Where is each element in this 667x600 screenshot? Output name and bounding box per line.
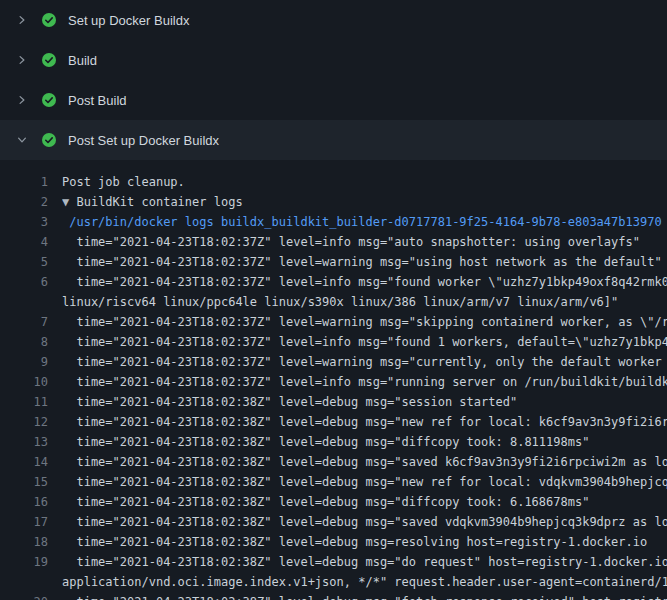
- log-line: 7 time="2021-04-23T18:02:37Z" level=warn…: [0, 312, 667, 332]
- log-line-text: time="2021-04-23T18:02:37Z" level=warnin…: [62, 352, 667, 372]
- log-line-text: time="2021-04-23T18:02:37Z" level=info m…: [62, 232, 667, 252]
- log-line: 4 time="2021-04-23T18:02:37Z" level=info…: [0, 232, 667, 252]
- log-line-number[interactable]: 15: [0, 472, 62, 492]
- log-line-text: time="2021-04-23T18:02:38Z" level=debug …: [62, 412, 667, 432]
- group-toggle-icon[interactable]: ▼: [62, 195, 69, 209]
- log-line-number[interactable]: 14: [0, 452, 62, 472]
- log-line-number[interactable]: 6: [0, 272, 62, 292]
- step-title: Post Set up Docker Buildx: [68, 133, 219, 148]
- check-success-icon: [41, 52, 57, 68]
- log-line: 10 time="2021-04-23T18:02:37Z" level=inf…: [0, 372, 667, 392]
- log-line: 5 time="2021-04-23T18:02:37Z" level=warn…: [0, 252, 667, 272]
- log-line: 18 time="2021-04-23T18:02:38Z" level=deb…: [0, 532, 667, 552]
- log-line-text: application/vnd.oci.image.index.v1+json,…: [62, 572, 667, 592]
- log-line: 17 time="2021-04-23T18:02:38Z" level=deb…: [0, 512, 667, 532]
- log-line: 20 time="2021-04-23T18:02:38Z" level=deb…: [0, 592, 667, 600]
- step-title: Post Build: [68, 93, 127, 108]
- log-line-text: time="2021-04-23T18:02:38Z" level=debug …: [62, 472, 667, 492]
- log-line-number[interactable]: 18: [0, 532, 62, 552]
- log-line-text: time="2021-04-23T18:02:37Z" level=info m…: [62, 272, 667, 292]
- log-line-text[interactable]: ▼ BuildKit container logs: [62, 192, 667, 212]
- log-line-text: time="2021-04-23T18:02:37Z" level=warnin…: [62, 312, 667, 332]
- job-log-viewer: Set up Docker Buildx Build Post Build Po…: [0, 0, 667, 600]
- log-line-text: time="2021-04-23T18:02:38Z" level=debug …: [62, 552, 667, 572]
- log-line-number[interactable]: 10: [0, 372, 62, 392]
- log-line-text: /usr/bin/docker logs buildx_buildkit_bui…: [62, 212, 667, 232]
- step-title: Set up Docker Buildx: [68, 13, 189, 28]
- log-line-number[interactable]: 12: [0, 412, 62, 432]
- log-line-number[interactable]: 13: [0, 432, 62, 452]
- step-list: Set up Docker Buildx Build Post Build Po…: [0, 0, 667, 160]
- log-line-number[interactable]: 4: [0, 232, 62, 252]
- log-line-number[interactable]: 7: [0, 312, 62, 332]
- log-line-text: time="2021-04-23T18:02:37Z" level=warnin…: [62, 252, 667, 272]
- log-line: 1 Post job cleanup.: [0, 172, 667, 192]
- log-line-number[interactable]: [0, 572, 62, 592]
- log-line-number[interactable]: 20: [0, 592, 62, 600]
- log-line: 15 time="2021-04-23T18:02:38Z" level=deb…: [0, 472, 667, 492]
- log-line-number[interactable]: 19: [0, 552, 62, 572]
- chevron-right-icon: [14, 12, 30, 28]
- check-success-icon: [41, 132, 57, 148]
- log-line-number[interactable]: 11: [0, 392, 62, 412]
- log-line-text: linux/riscv64 linux/ppc64le linux/s390x …: [62, 292, 667, 312]
- step-header-post-set-up-docker-buildx[interactable]: Post Set up Docker Buildx: [0, 120, 667, 160]
- log-line: 11 time="2021-04-23T18:02:38Z" level=deb…: [0, 392, 667, 412]
- log-lines: 1 Post job cleanup. 2 ▼ BuildKit contain…: [0, 160, 667, 600]
- log-line: 9 time="2021-04-23T18:02:37Z" level=warn…: [0, 352, 667, 372]
- log-line-number[interactable]: 8: [0, 332, 62, 352]
- log-line: 14 time="2021-04-23T18:02:38Z" level=deb…: [0, 452, 667, 472]
- log-line: 2 ▼ BuildKit container logs: [0, 192, 667, 212]
- log-line-number[interactable]: 9: [0, 352, 62, 372]
- check-success-icon: [41, 12, 57, 28]
- log-line-text: time="2021-04-23T18:02:38Z" level=debug …: [62, 392, 667, 412]
- step-header-build[interactable]: Build: [0, 40, 667, 80]
- step-header-post-build[interactable]: Post Build: [0, 80, 667, 120]
- log-line-number[interactable]: 17: [0, 512, 62, 532]
- log-line-text: time="2021-04-23T18:02:38Z" level=debug …: [62, 452, 667, 472]
- log-line-number[interactable]: 2: [0, 192, 62, 212]
- log-line-text: time="2021-04-23T18:02:38Z" level=debug …: [62, 592, 667, 600]
- log-line-text: time="2021-04-23T18:02:38Z" level=debug …: [62, 432, 667, 452]
- chevron-right-icon: [14, 52, 30, 68]
- step-header-set-up-docker-buildx[interactable]: Set up Docker Buildx: [0, 0, 667, 40]
- log-line: 3 /usr/bin/docker logs buildx_buildkit_b…: [0, 212, 667, 232]
- log-line: application/vnd.oci.image.index.v1+json,…: [0, 572, 667, 592]
- log-line-text: time="2021-04-23T18:02:37Z" level=info m…: [62, 332, 667, 352]
- log-line-text: Post job cleanup.: [62, 172, 667, 192]
- log-line: 12 time="2021-04-23T18:02:38Z" level=deb…: [0, 412, 667, 432]
- log-line-number[interactable]: 3: [0, 212, 62, 232]
- chevron-down-icon: [14, 132, 30, 148]
- log-line-text: time="2021-04-23T18:02:38Z" level=debug …: [62, 512, 667, 532]
- check-success-icon: [41, 92, 57, 108]
- log-line: 16 time="2021-04-23T18:02:38Z" level=deb…: [0, 492, 667, 512]
- log-line: 6 time="2021-04-23T18:02:37Z" level=info…: [0, 272, 667, 292]
- log-line: linux/riscv64 linux/ppc64le linux/s390x …: [0, 292, 667, 312]
- log-line-text: time="2021-04-23T18:02:38Z" level=debug …: [62, 532, 667, 552]
- log-line-number[interactable]: 5: [0, 252, 62, 272]
- log-line-number[interactable]: 1: [0, 172, 62, 192]
- chevron-right-icon: [14, 92, 30, 108]
- log-line-text: time="2021-04-23T18:02:37Z" level=info m…: [62, 372, 667, 392]
- log-line-text: time="2021-04-23T18:02:38Z" level=debug …: [62, 492, 667, 512]
- log-line: 8 time="2021-04-23T18:02:37Z" level=info…: [0, 332, 667, 352]
- log-line-number[interactable]: [0, 292, 62, 312]
- step-title: Build: [68, 53, 97, 68]
- log-line-number[interactable]: 16: [0, 492, 62, 512]
- log-line: 19 time="2021-04-23T18:02:38Z" level=deb…: [0, 552, 667, 572]
- log-line: 13 time="2021-04-23T18:02:38Z" level=deb…: [0, 432, 667, 452]
